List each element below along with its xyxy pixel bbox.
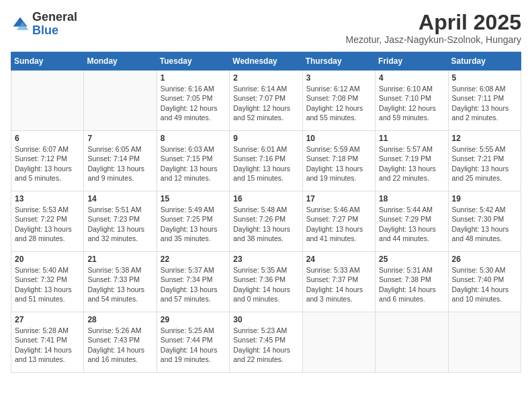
- calendar-day-cell: 19Sunrise: 5:42 AMSunset: 7:30 PMDayligh…: [448, 191, 521, 252]
- calendar-week-row: 1Sunrise: 6:16 AMSunset: 7:05 PMDaylight…: [11, 71, 521, 131]
- day-detail: Sunrise: 6:08 AMSunset: 7:11 PMDaylight:…: [452, 84, 517, 122]
- calendar-day-cell: 15Sunrise: 5:49 AMSunset: 7:25 PMDayligh…: [157, 191, 229, 252]
- calendar-day-cell: 3Sunrise: 6:12 AMSunset: 7:08 PMDaylight…: [302, 71, 375, 131]
- calendar-day-cell: 25Sunrise: 5:31 AMSunset: 7:38 PMDayligh…: [375, 252, 448, 312]
- calendar-week-row: 27Sunrise: 5:28 AMSunset: 7:41 PMDayligh…: [11, 312, 521, 373]
- calendar-day-cell: 1Sunrise: 6:16 AMSunset: 7:05 PMDaylight…: [157, 71, 229, 131]
- day-of-week-header: Wednesday: [230, 52, 302, 71]
- calendar-subtitle: Mezotur, Jasz-Nagykun-Szolnok, Hungary: [346, 34, 521, 45]
- day-detail: Sunrise: 5:40 AMSunset: 7:32 PMDaylight:…: [15, 265, 80, 304]
- day-detail: Sunrise: 6:14 AMSunset: 7:07 PMDaylight:…: [233, 84, 298, 122]
- calendar-day-cell: 18Sunrise: 5:44 AMSunset: 7:29 PMDayligh…: [375, 191, 448, 252]
- day-detail: Sunrise: 6:10 AMSunset: 7:10 PMDaylight:…: [379, 84, 444, 122]
- day-number: 5: [452, 73, 517, 83]
- day-detail: Sunrise: 5:37 AMSunset: 7:34 PMDaylight:…: [161, 265, 226, 304]
- day-number: 29: [161, 315, 226, 324]
- calendar-day-cell: 11Sunrise: 5:57 AMSunset: 7:19 PMDayligh…: [375, 131, 448, 191]
- day-number: 22: [161, 255, 226, 264]
- day-of-week-header: Tuesday: [157, 52, 229, 71]
- day-detail: Sunrise: 5:26 AMSunset: 7:43 PMDaylight:…: [87, 326, 152, 364]
- day-number: 13: [15, 194, 80, 203]
- calendar-day-cell: 5Sunrise: 6:08 AMSunset: 7:11 PMDaylight…: [448, 71, 521, 131]
- calendar-day-cell: 14Sunrise: 5:51 AMSunset: 7:23 PMDayligh…: [84, 191, 157, 252]
- day-detail: Sunrise: 5:30 AMSunset: 7:40 PMDaylight:…: [452, 265, 517, 304]
- day-detail: Sunrise: 5:53 AMSunset: 7:22 PMDaylight:…: [15, 205, 80, 243]
- day-number: 17: [306, 194, 371, 203]
- calendar-body: 1Sunrise: 6:16 AMSunset: 7:05 PMDaylight…: [11, 71, 521, 373]
- calendar-week-row: 20Sunrise: 5:40 AMSunset: 7:32 PMDayligh…: [11, 252, 521, 312]
- day-number: 14: [87, 194, 152, 203]
- day-number: 27: [15, 315, 80, 324]
- day-detail: Sunrise: 5:59 AMSunset: 7:18 PMDaylight:…: [306, 144, 371, 183]
- calendar-day-cell: 6Sunrise: 6:07 AMSunset: 7:12 PMDaylight…: [11, 131, 84, 191]
- day-number: 11: [379, 134, 444, 143]
- calendar-day-cell: 27Sunrise: 5:28 AMSunset: 7:41 PMDayligh…: [11, 312, 84, 373]
- calendar-table: SundayMondayTuesdayWednesdayThursdayFrid…: [11, 52, 521, 373]
- day-number: 8: [161, 134, 226, 143]
- day-of-week-header: Sunday: [11, 52, 84, 71]
- day-number: 4: [379, 73, 444, 83]
- logo-blue: Blue: [32, 24, 77, 38]
- day-number: 10: [306, 134, 371, 143]
- calendar-day-cell: [302, 312, 375, 373]
- header-row: SundayMondayTuesdayWednesdayThursdayFrid…: [11, 52, 521, 71]
- day-detail: Sunrise: 5:25 AMSunset: 7:44 PMDaylight:…: [161, 326, 226, 364]
- calendar-day-cell: 8Sunrise: 6:03 AMSunset: 7:15 PMDaylight…: [157, 131, 229, 191]
- day-number: 18: [379, 194, 444, 203]
- day-detail: Sunrise: 5:31 AMSunset: 7:38 PMDaylight:…: [379, 265, 444, 304]
- day-number: 16: [233, 194, 298, 203]
- day-detail: Sunrise: 6:03 AMSunset: 7:15 PMDaylight:…: [161, 144, 226, 183]
- day-detail: Sunrise: 6:16 AMSunset: 7:05 PMDaylight:…: [161, 84, 226, 122]
- day-number: 24: [306, 255, 371, 264]
- day-number: 20: [15, 255, 80, 264]
- day-number: 26: [452, 255, 517, 264]
- calendar-title: April 2025: [346, 11, 521, 34]
- day-detail: Sunrise: 6:07 AMSunset: 7:12 PMDaylight:…: [15, 144, 80, 183]
- day-number: 15: [161, 194, 226, 203]
- calendar-day-cell: [448, 312, 521, 373]
- day-number: 3: [306, 73, 371, 83]
- logo: General Blue: [11, 11, 77, 38]
- day-detail: Sunrise: 5:49 AMSunset: 7:25 PMDaylight:…: [161, 205, 226, 243]
- calendar-header: SundayMondayTuesdayWednesdayThursdayFrid…: [11, 52, 521, 71]
- day-of-week-header: Friday: [375, 52, 448, 71]
- logo-general: General: [32, 11, 77, 24]
- page-header: General Blue April 2025 Mezotur, Jasz-Na…: [11, 11, 521, 45]
- calendar-week-row: 13Sunrise: 5:53 AMSunset: 7:22 PMDayligh…: [11, 191, 521, 252]
- day-of-week-header: Thursday: [302, 52, 375, 71]
- day-number: 6: [15, 134, 80, 143]
- day-detail: Sunrise: 5:44 AMSunset: 7:29 PMDaylight:…: [379, 205, 444, 243]
- day-detail: Sunrise: 5:38 AMSunset: 7:33 PMDaylight:…: [87, 265, 152, 304]
- day-number: 9: [233, 134, 298, 143]
- day-detail: Sunrise: 6:05 AMSunset: 7:14 PMDaylight:…: [87, 144, 152, 183]
- calendar-day-cell: 21Sunrise: 5:38 AMSunset: 7:33 PMDayligh…: [84, 252, 157, 312]
- calendar-day-cell: 17Sunrise: 5:46 AMSunset: 7:27 PMDayligh…: [302, 191, 375, 252]
- calendar-day-cell: 28Sunrise: 5:26 AMSunset: 7:43 PMDayligh…: [84, 312, 157, 373]
- calendar-day-cell: 9Sunrise: 6:01 AMSunset: 7:16 PMDaylight…: [230, 131, 302, 191]
- calendar-day-cell: 10Sunrise: 5:59 AMSunset: 7:18 PMDayligh…: [302, 131, 375, 191]
- day-of-week-header: Saturday: [448, 52, 521, 71]
- day-detail: Sunrise: 5:48 AMSunset: 7:26 PMDaylight:…: [233, 205, 298, 243]
- calendar-day-cell: 23Sunrise: 5:35 AMSunset: 7:36 PMDayligh…: [230, 252, 302, 312]
- calendar-day-cell: [84, 71, 157, 131]
- day-number: 25: [379, 255, 444, 264]
- calendar-day-cell: 20Sunrise: 5:40 AMSunset: 7:32 PMDayligh…: [11, 252, 84, 312]
- calendar-day-cell: [375, 312, 448, 373]
- calendar-day-cell: 13Sunrise: 5:53 AMSunset: 7:22 PMDayligh…: [11, 191, 84, 252]
- day-of-week-header: Monday: [84, 52, 157, 71]
- day-detail: Sunrise: 5:57 AMSunset: 7:19 PMDaylight:…: [379, 144, 444, 183]
- title-area: April 2025 Mezotur, Jasz-Nagykun-Szolnok…: [346, 11, 521, 45]
- day-number: 2: [233, 73, 298, 83]
- calendar-day-cell: 16Sunrise: 5:48 AMSunset: 7:26 PMDayligh…: [230, 191, 302, 252]
- day-detail: Sunrise: 5:28 AMSunset: 7:41 PMDaylight:…: [15, 326, 80, 364]
- calendar-day-cell: 26Sunrise: 5:30 AMSunset: 7:40 PMDayligh…: [448, 252, 521, 312]
- day-detail: Sunrise: 6:12 AMSunset: 7:08 PMDaylight:…: [306, 84, 371, 122]
- calendar-day-cell: [11, 71, 84, 131]
- calendar-day-cell: 24Sunrise: 5:33 AMSunset: 7:37 PMDayligh…: [302, 252, 375, 312]
- calendar-day-cell: 7Sunrise: 6:05 AMSunset: 7:14 PMDaylight…: [84, 131, 157, 191]
- calendar-day-cell: 29Sunrise: 5:25 AMSunset: 7:44 PMDayligh…: [157, 312, 229, 373]
- day-number: 21: [87, 255, 152, 264]
- calendar-day-cell: 12Sunrise: 5:55 AMSunset: 7:21 PMDayligh…: [448, 131, 521, 191]
- day-detail: Sunrise: 5:42 AMSunset: 7:30 PMDaylight:…: [452, 205, 517, 243]
- day-detail: Sunrise: 5:33 AMSunset: 7:37 PMDaylight:…: [306, 265, 371, 304]
